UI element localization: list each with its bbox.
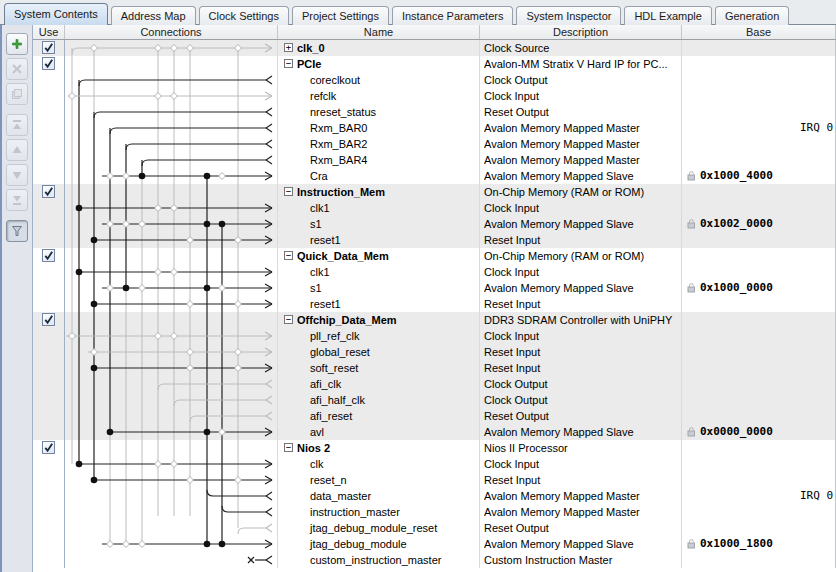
- connections-cell[interactable]: [65, 472, 278, 488]
- use-checkbox[interactable]: [42, 57, 55, 70]
- lock-icon[interactable]: [687, 283, 696, 293]
- table-row[interactable]: Rxm_BAR2Avalon Memory Mapped Master: [33, 136, 836, 152]
- table-row[interactable]: −Offchip_Data_MemDDR3 SDRAM Controller w…: [33, 312, 836, 328]
- connections-cell[interactable]: [65, 552, 278, 568]
- table-row[interactable]: nreset_statusReset Output: [33, 104, 836, 120]
- table-row[interactable]: avlAvalon Memory Mapped Slave0x0000_0000: [33, 424, 836, 440]
- collapse-minus-icon[interactable]: −: [284, 315, 293, 324]
- table-row[interactable]: −Quick_Data_MemOn-Chip Memory (RAM or RO…: [33, 248, 836, 264]
- use-checkbox[interactable]: [42, 185, 55, 198]
- connections-cell[interactable]: [65, 72, 278, 88]
- move-top-button[interactable]: [6, 114, 28, 136]
- table-row[interactable]: refclkClock Input: [33, 88, 836, 104]
- connections-cell[interactable]: [65, 456, 278, 472]
- connections-cell[interactable]: [65, 200, 278, 216]
- remove-component-button[interactable]: [6, 58, 28, 80]
- connections-cell[interactable]: [65, 360, 278, 376]
- connections-cell[interactable]: [65, 312, 278, 328]
- table-row[interactable]: custom_instruction_masterCustom Instruct…: [33, 552, 836, 568]
- column-header-connections[interactable]: Connections: [65, 25, 278, 39]
- collapse-minus-icon[interactable]: −: [284, 251, 293, 260]
- table-row[interactable]: reset1Reset Input: [33, 296, 836, 312]
- tab-address-map[interactable]: Address Map: [111, 6, 196, 25]
- tab-hdl-example[interactable]: HDL Example: [624, 6, 711, 25]
- connections-cell[interactable]: [65, 88, 278, 104]
- use-checkbox[interactable]: [42, 41, 55, 54]
- connections-cell[interactable]: [65, 392, 278, 408]
- connections-cell[interactable]: [65, 232, 278, 248]
- connections-cell[interactable]: [65, 152, 278, 168]
- move-down-button[interactable]: [6, 164, 28, 186]
- edit-component-button[interactable]: [6, 83, 28, 105]
- table-row[interactable]: s1Avalon Memory Mapped Slave0x1002_0000: [33, 216, 836, 232]
- connections-cell[interactable]: [65, 184, 278, 200]
- base-address[interactable]: 0x0000_0000: [700, 424, 773, 440]
- table-row[interactable]: −Instruction_MemOn-Chip Memory (RAM or R…: [33, 184, 836, 200]
- table-row[interactable]: −PCIeAvalon-MM Stratix V Hard IP for PC.…: [33, 56, 836, 72]
- connections-cell[interactable]: [65, 376, 278, 392]
- connections-cell[interactable]: [65, 216, 278, 232]
- lock-icon[interactable]: [687, 539, 696, 549]
- use-checkbox[interactable]: [42, 441, 55, 454]
- tab-system-inspector[interactable]: System Inspector: [516, 6, 621, 25]
- table-row[interactable]: global_resetReset Input: [33, 344, 836, 360]
- use-checkbox[interactable]: [42, 249, 55, 262]
- column-header-base[interactable]: Base: [682, 25, 836, 39]
- table-row[interactable]: reset_nReset Input: [33, 472, 836, 488]
- base-address[interactable]: 0x1002_0000: [700, 216, 773, 232]
- connections-cell[interactable]: [65, 120, 278, 136]
- lock-icon[interactable]: [687, 427, 696, 437]
- table-row[interactable]: jtag_debug_module_resetReset Output: [33, 520, 836, 536]
- connections-cell[interactable]: [65, 248, 278, 264]
- lock-icon[interactable]: [687, 171, 696, 181]
- table-row[interactable]: reset1Reset Input: [33, 232, 836, 248]
- connections-cell[interactable]: [65, 280, 278, 296]
- table-row[interactable]: jtag_debug_moduleAvalon Memory Mapped Sl…: [33, 536, 836, 552]
- column-header-use[interactable]: Use: [33, 25, 65, 39]
- table-row[interactable]: afi_clkClock Output: [33, 376, 836, 392]
- expand-plus-icon[interactable]: +: [284, 43, 293, 52]
- table-row[interactable]: data_masterAvalon Memory Mapped MasterIR…: [33, 488, 836, 504]
- base-address[interactable]: 0x1000_1800: [700, 536, 773, 552]
- tab-clock-settings[interactable]: Clock Settings: [199, 6, 289, 25]
- table-row[interactable]: afi_resetReset Output: [33, 408, 836, 424]
- add-component-button[interactable]: [6, 33, 28, 55]
- table-row[interactable]: Rxm_BAR0Avalon Memory Mapped MasterIRQ 0: [33, 120, 836, 136]
- base-address[interactable]: 0x1000_4000: [700, 168, 773, 184]
- move-bottom-button[interactable]: [6, 189, 28, 211]
- column-header-description[interactable]: Description: [480, 25, 682, 39]
- table-row[interactable]: soft_resetReset Input: [33, 360, 836, 376]
- table-row[interactable]: Rxm_BAR4Avalon Memory Mapped Master: [33, 152, 836, 168]
- connections-cell[interactable]: [65, 424, 278, 440]
- table-row[interactable]: clkClock Input: [33, 456, 836, 472]
- table-row[interactable]: clk1Clock Input: [33, 264, 836, 280]
- filter-button[interactable]: [6, 220, 28, 242]
- connections-cell[interactable]: [65, 264, 278, 280]
- connections-cell[interactable]: [65, 136, 278, 152]
- connections-cell[interactable]: [65, 488, 278, 504]
- move-up-button[interactable]: [6, 139, 28, 161]
- table-row[interactable]: instruction_masterAvalon Memory Mapped M…: [33, 504, 836, 520]
- tab-project-settings[interactable]: Project Settings: [292, 6, 389, 25]
- collapse-minus-icon[interactable]: −: [284, 59, 293, 68]
- connections-cell[interactable]: [65, 40, 278, 56]
- table-row[interactable]: coreclkoutClock Output: [33, 72, 836, 88]
- connections-cell[interactable]: [65, 504, 278, 520]
- table-row[interactable]: pll_ref_clkClock Input: [33, 328, 836, 344]
- table-row[interactable]: CraAvalon Memory Mapped Slave0x1000_4000: [33, 168, 836, 184]
- connections-cell[interactable]: [65, 56, 278, 72]
- connections-cell[interactable]: [65, 168, 278, 184]
- table-row[interactable]: clk1Clock Input: [33, 200, 836, 216]
- collapse-minus-icon[interactable]: −: [284, 443, 293, 452]
- connections-cell[interactable]: [65, 408, 278, 424]
- table-row[interactable]: −Nios 2Nios II Processor: [33, 440, 836, 456]
- collapse-minus-icon[interactable]: −: [284, 187, 293, 196]
- base-address[interactable]: 0x1000_0000: [700, 280, 773, 296]
- connections-cell[interactable]: [65, 520, 278, 536]
- column-header-name[interactable]: Name: [278, 25, 480, 39]
- connections-cell[interactable]: [65, 344, 278, 360]
- lock-icon[interactable]: [687, 219, 696, 229]
- connections-cell[interactable]: [65, 296, 278, 312]
- use-checkbox[interactable]: [42, 313, 55, 326]
- table-row[interactable]: +clk_0Clock Source: [33, 40, 836, 56]
